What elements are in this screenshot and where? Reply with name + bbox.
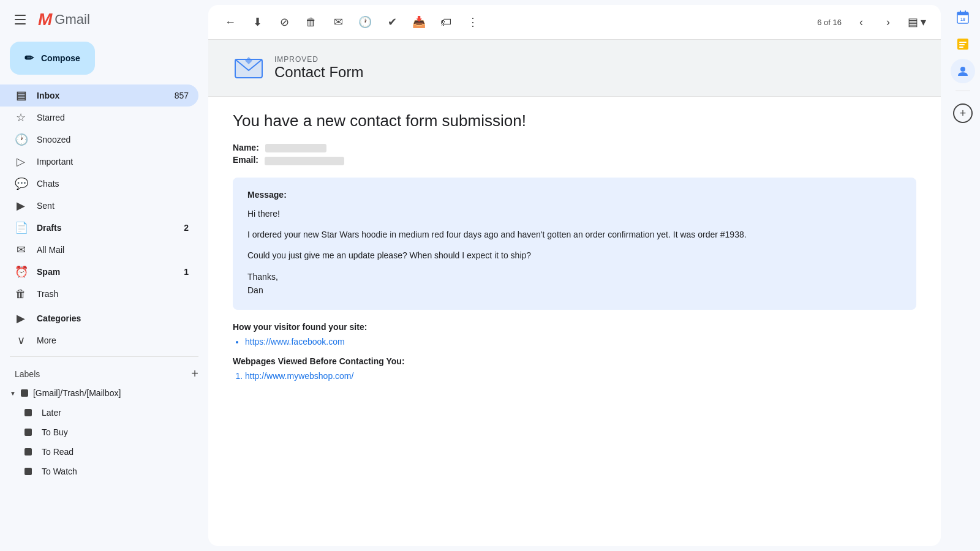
svg-text:18: 18 <box>960 17 965 21</box>
gmail-logo: M Gmail <box>38 10 90 29</box>
email-value-blurred <box>265 157 344 165</box>
sidebar-separator <box>10 356 198 357</box>
add-label-button[interactable]: + <box>191 367 198 381</box>
visitor-links-list: https://www.facebook.com <box>245 337 916 347</box>
sidebar-item-snoozed[interactable]: 🕐 Snoozed <box>0 129 198 151</box>
google-calendar-button[interactable]: 18 <box>951 5 975 29</box>
message-text: Hi there! I ordered your new Star Wars h… <box>247 207 902 298</box>
sidebar-item-spam[interactable]: ⏰ Spam 1 <box>0 261 198 283</box>
spam-button[interactable]: ⊘ <box>272 10 296 34</box>
view-icon: ▤ <box>908 15 918 29</box>
more-actions-button[interactable]: ⋮ <box>461 10 485 34</box>
snooze-button[interactable]: 🕐 <box>353 10 377 34</box>
drafts-icon: 📄 <box>15 221 27 234</box>
label-name: [Gmail]/Trash/[Mailbox] <box>33 388 121 398</box>
sidebar-item-inbox[interactable]: ▤ Inbox 857 <box>0 84 198 107</box>
important-label: Important <box>37 157 189 167</box>
move-icon: 📥 <box>412 15 426 29</box>
sidebar-item-important[interactable]: ▷ Important <box>0 151 198 173</box>
label-color-dot <box>24 409 32 416</box>
sidebar-item-trash[interactable]: 🗑 Trash <box>0 283 198 305</box>
drafts-label: Drafts <box>37 223 174 233</box>
sidebar-item-sent[interactable]: ▶ Sent <box>0 195 198 217</box>
add-task-button[interactable]: ✔ <box>380 10 404 34</box>
label-gmail-trash-mailbox[interactable]: ▼ [Gmail]/Trash/[Mailbox] <box>0 383 208 403</box>
label-later[interactable]: Later <box>0 403 208 422</box>
spam-icon: ⊘ <box>280 15 289 29</box>
message-label: Message: <box>247 190 902 200</box>
label-to-buy[interactable]: To Buy <box>0 422 208 442</box>
svg-rect-4 <box>957 12 968 15</box>
trash-label: Trash <box>37 289 189 299</box>
visitor-section-label: How your visitor found your site: <box>233 322 916 332</box>
snoozed-icon: 🕐 <box>15 133 27 146</box>
gmail-m-icon: M <box>38 10 52 29</box>
sidebar-item-categories[interactable]: ▶ Categories <box>0 307 198 329</box>
view-options-button[interactable]: ▤ ▾ <box>903 10 931 34</box>
sidebar-item-more[interactable]: ∨ More <box>0 329 198 351</box>
more-chevron-icon: ∨ <box>15 334 27 347</box>
prev-email-button[interactable]: ‹ <box>849 10 873 34</box>
sidebar-item-starred[interactable]: ☆ Starred <box>0 107 198 129</box>
message-line-2: I ordered your new Star Wars hoodie in m… <box>247 228 902 241</box>
toolbar-right: ‹ › ▤ ▾ <box>849 10 931 34</box>
compose-pencil-icon: ✏ <box>24 51 34 65</box>
email-subject: You have a new contact form submission! <box>233 111 916 130</box>
sent-label: Sent <box>37 201 189 211</box>
inbox-icon: ▤ <box>15 89 27 102</box>
trash-icon: 🗑 <box>306 16 317 29</box>
label-to-watch[interactable]: To Watch <box>0 462 208 481</box>
chats-icon: 💬 <box>15 177 27 190</box>
mark-unread-button[interactable]: ✉ <box>326 10 350 34</box>
label-button[interactable]: 🏷 <box>434 10 458 34</box>
chevron-left-icon: ‹ <box>859 16 863 29</box>
label-name: To Watch <box>42 467 77 476</box>
webpage-link[interactable]: http://www.mywebshop.com/ <box>245 371 353 381</box>
categories-expand-icon: ▶ <box>15 312 27 325</box>
email-body: You have a new contact form submission! … <box>208 97 941 398</box>
plus-icon: + <box>960 107 967 120</box>
spam-icon: ⏰ <box>15 265 27 279</box>
email-address-field: Email: <box>233 155 916 165</box>
google-contacts-button[interactable] <box>951 59 975 83</box>
email-content[interactable]: IMPROVED Contact Form You have a new con… <box>208 40 941 546</box>
label-color-dot <box>24 448 32 455</box>
message-line-4: Thanks,Dan <box>247 270 902 298</box>
task-icon: ✔ <box>388 15 397 29</box>
webpages-list: http://www.mywebshop.com/ <box>245 371 916 381</box>
message-line-3: Could you just give me an update please?… <box>247 249 902 262</box>
email-brand-prefix: IMPROVED <box>274 55 363 64</box>
right-panel: 18 + <box>946 0 980 551</box>
hamburger-line <box>15 19 26 20</box>
chevron-right-icon: › <box>886 16 890 29</box>
archive-button[interactable]: ⬇ <box>245 10 270 34</box>
google-tasks-button[interactable] <box>951 32 975 56</box>
name-value-blurred <box>265 144 326 152</box>
sidebar-item-chats[interactable]: 💬 Chats <box>0 173 198 195</box>
view-chevron-icon: ▾ <box>921 15 926 29</box>
back-button[interactable]: ← <box>218 10 243 34</box>
labels-title: Labels <box>15 369 40 379</box>
categories-label: Categories <box>37 313 189 323</box>
email-brand-title: Contact Form <box>274 64 363 81</box>
next-email-button[interactable]: › <box>876 10 900 34</box>
name-label: Name: <box>233 143 259 152</box>
archive-icon: ⬇ <box>253 15 262 29</box>
label-to-read[interactable]: To Read <box>0 442 208 462</box>
starred-label: Starred <box>37 113 189 122</box>
label-name: Later <box>42 408 61 418</box>
label-color-dot <box>24 468 32 475</box>
sidebar-item-all-mail[interactable]: ✉ All Mail <box>0 239 198 261</box>
mail-icon: ✉ <box>334 15 343 29</box>
spam-label: Spam <box>37 267 174 277</box>
delete-button[interactable]: 🗑 <box>299 10 323 34</box>
spam-count: 1 <box>184 267 189 277</box>
chats-label: Chats <box>37 179 189 189</box>
compose-button[interactable]: ✏ Compose <box>10 42 95 75</box>
add-apps-button[interactable]: + <box>953 103 973 123</box>
sidebar-header: M Gmail <box>0 5 208 34</box>
facebook-link[interactable]: https://www.facebook.com <box>245 337 345 347</box>
sidebar-item-drafts[interactable]: 📄 Drafts 2 <box>0 217 198 239</box>
move-to-button[interactable]: 📥 <box>407 10 431 34</box>
hamburger-menu-button[interactable] <box>10 10 31 29</box>
